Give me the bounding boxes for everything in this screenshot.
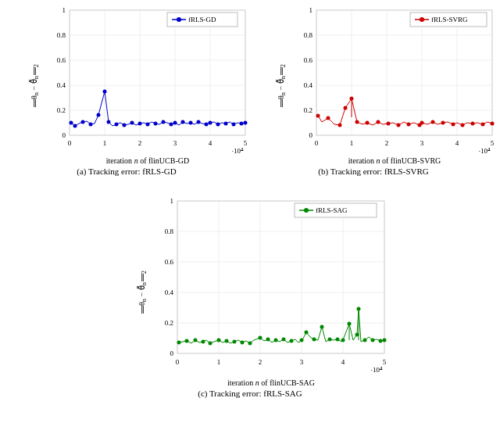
svg-text:0.4: 0.4 [165,289,174,296]
svg-point-52 [224,122,228,126]
svg-point-95 [387,122,391,126]
svg-point-152 [282,338,286,342]
svg-text:0.2: 0.2 [165,319,173,327]
svg-point-157 [320,325,324,329]
svg-point-33 [89,123,93,127]
svg-text:0.4: 0.4 [304,81,313,89]
svg-text:fRLS-SAG: fRLS-SAG [316,206,348,214]
caption-right: (b) Tracking error: fRLS-SVRG [318,167,428,176]
svg-text:3: 3 [420,139,424,147]
svg-text:0: 0 [62,131,66,139]
svg-point-140 [185,339,189,343]
svg-point-100 [431,120,435,124]
svg-point-141 [194,339,198,342]
y-axis-label-left: ‖θn − θ̃n‖2 [30,64,40,108]
svg-point-144 [217,339,221,342]
svg-point-90 [344,106,348,110]
svg-text:0: 0 [315,139,319,147]
svg-point-101 [441,121,445,125]
svg-point-148 [248,342,252,346]
svg-text:5: 5 [383,358,387,366]
svg-text:2: 2 [138,139,142,147]
svg-text:2: 2 [259,358,262,366]
svg-point-44 [170,123,173,127]
svg-point-39 [130,121,134,125]
svg-text:1: 1 [350,139,354,147]
chart-top-left: ‖θn − θ̃n‖2 [3,6,250,194]
svg-point-154 [300,339,304,342]
svg-text:0.8: 0.8 [165,228,174,235]
y-axis-label-right: ‖θn − θ̃n‖2 [277,64,287,108]
svg-point-31 [73,124,77,128]
svg-text:5: 5 [491,139,495,147]
svg-text:·10⁴: ·10⁴ [479,147,491,155]
svg-point-28 [177,17,181,22]
svg-text:4: 4 [209,139,212,147]
svg-point-135 [304,208,309,213]
svg-text:0: 0 [68,139,72,147]
chart-top-right: ‖θn − θ̃n‖2 [250,6,497,194]
svg-point-49 [205,123,209,127]
y-axis-label-bottom: ‖θn − θ̃n‖2 [138,271,148,314]
svg-point-94 [377,120,380,124]
svg-text:·10⁴: ·10⁴ [371,366,383,374]
svg-text:0: 0 [170,349,174,357]
svg-point-105 [481,123,485,127]
svg-point-103 [461,124,465,127]
svg-point-40 [138,122,142,126]
svg-point-159 [336,338,340,342]
chart-svg-wrap-bottom: 0 0.2 0.4 0.6 0.8 1 0 1 2 3 4 5 ·10⁴ [150,197,392,387]
svg-text:1: 1 [170,197,174,205]
svg-text:0.4: 0.4 [57,81,66,89]
chart-svg-right: 0 0.2 0.4 0.6 0.8 1 0 1 2 3 4 5 ·10⁴ [289,6,500,155]
svg-point-167 [383,339,387,342]
svg-point-41 [146,123,150,127]
svg-text:0.6: 0.6 [304,56,313,64]
svg-text:fRLS-SVRG: fRLS-SVRG [431,16,468,23]
svg-text:3: 3 [173,139,177,147]
svg-point-156 [312,338,316,342]
svg-point-55 [244,121,248,125]
svg-point-96 [397,124,401,127]
svg-text:0.6: 0.6 [165,258,174,266]
svg-point-53 [232,123,236,127]
svg-point-166 [379,339,383,343]
svg-text:0: 0 [309,131,313,139]
svg-point-51 [216,123,220,127]
svg-text:1: 1 [103,139,107,147]
svg-text:fRLS-GD: fRLS-GD [188,16,216,23]
svg-point-89 [338,124,342,127]
svg-text:0.8: 0.8 [57,31,66,39]
svg-point-88 [327,116,330,120]
chart-svg-left: 0 0.2 0.4 0.6 0.8 1 0 1 2 3 4 5 ·10⁴ [42,6,253,155]
svg-point-160 [341,339,345,342]
svg-point-164 [363,339,367,342]
caption-bottom: (c) Tracking error: fRLS-SAG [198,389,302,398]
svg-point-151 [274,339,278,342]
svg-point-35 [103,90,107,94]
svg-text:4: 4 [341,358,345,366]
svg-rect-107 [177,201,384,353]
svg-point-106 [491,122,495,126]
svg-point-139 [177,341,181,345]
svg-point-32 [81,120,85,124]
bottom-row: ‖θn − θ̃n‖2 [3,197,497,424]
svg-text:0.2: 0.2 [304,106,312,114]
svg-point-91 [350,97,354,101]
svg-text:2: 2 [385,139,389,147]
svg-point-36 [107,120,111,124]
chart-bottom: ‖θn − θ̃n‖2 [102,197,398,424]
svg-point-147 [241,341,245,345]
svg-text:0.8: 0.8 [304,31,313,39]
svg-point-92 [355,120,359,124]
svg-point-30 [70,121,73,125]
svg-text:1: 1 [62,6,66,14]
x-axis-label-right: iteration n of flinUCB-SVRG [289,156,500,165]
svg-point-42 [154,122,158,126]
svg-point-163 [357,307,361,311]
svg-point-104 [471,122,475,126]
svg-point-146 [233,340,237,344]
svg-point-46 [181,120,185,124]
svg-point-155 [305,331,309,335]
chart-svg-bottom: 0 0.2 0.4 0.6 0.8 1 0 1 2 3 4 5 ·10⁴ [150,197,392,377]
